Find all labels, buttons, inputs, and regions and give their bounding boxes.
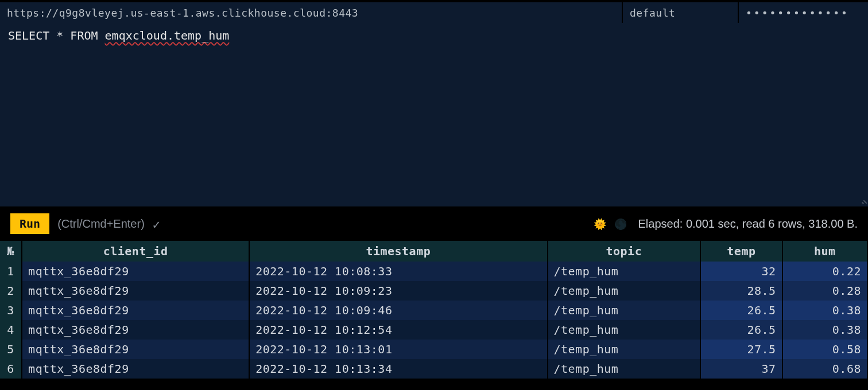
cell-timestamp: 2022-10-12 10:09:23 <box>249 281 547 301</box>
cell-topic: /temp_hum <box>548 359 701 379</box>
cell-client_id: mqttx_36e8df29 <box>22 320 249 340</box>
table-header-row: № client_id timestamp topic temp hum <box>0 241 867 262</box>
table-row: 1mqttx_36e8df292022-10-12 10:08:33/temp_… <box>0 262 867 281</box>
table-row: 3mqttx_36e8df292022-10-12 10:09:46/temp_… <box>0 301 867 320</box>
cell-timestamp: 2022-10-12 10:12:54 <box>249 320 547 340</box>
cell-hum: 0.22 <box>782 262 867 281</box>
col-header-topic[interactable]: topic <box>548 241 701 262</box>
cell-temp: 26.5 <box>700 320 782 340</box>
cell-temp: 37 <box>700 359 782 379</box>
cell-hum: 0.38 <box>782 301 867 320</box>
rownum-cell: 2 <box>0 281 22 301</box>
checkmark-icon: ✓ <box>153 217 160 232</box>
rownum-cell: 3 <box>0 301 22 320</box>
connection-bar <box>0 0 868 23</box>
cell-timestamp: 2022-10-12 10:13:34 <box>249 359 547 379</box>
cell-timestamp: 2022-10-12 10:13:01 <box>249 340 547 359</box>
cell-temp: 27.5 <box>700 340 782 359</box>
rownum-cell: 6 <box>0 359 22 379</box>
cell-hum: 0.68 <box>782 359 867 379</box>
moon-icon[interactable]: 🌑 <box>614 218 627 230</box>
resize-handle-icon[interactable] <box>860 198 867 205</box>
run-shortcut-hint: (Ctrl/Cmd+Enter) <box>57 217 145 231</box>
cell-hum: 0.28 <box>782 281 867 301</box>
cell-hum: 0.38 <box>782 320 867 340</box>
action-bar: Run (Ctrl/Cmd+Enter) ✓ 🌞 🌑 Elapsed: 0.00… <box>0 206 868 241</box>
col-header-hum[interactable]: hum <box>782 241 867 262</box>
table-row: 4mqttx_36e8df292022-10-12 10:12:54/temp_… <box>0 320 867 340</box>
password-input[interactable] <box>739 2 868 23</box>
cell-topic: /temp_hum <box>548 320 701 340</box>
col-header-client_id[interactable]: client_id <box>22 241 249 262</box>
table-row: 2mqttx_36e8df292022-10-12 10:09:23/temp_… <box>0 281 867 301</box>
cell-client_id: mqttx_36e8df29 <box>22 262 249 281</box>
rownum-cell: 1 <box>0 262 22 281</box>
cell-client_id: mqttx_36e8df29 <box>22 301 249 320</box>
query-text: SELECT * FROM emqxcloud.temp_hum <box>8 29 229 42</box>
cell-client_id: mqttx_36e8df29 <box>22 359 249 379</box>
cell-topic: /temp_hum <box>548 281 701 301</box>
rownum-cell: 5 <box>0 340 22 359</box>
cell-client_id: mqttx_36e8df29 <box>22 340 249 359</box>
cell-topic: /temp_hum <box>548 301 701 320</box>
username-input[interactable] <box>623 2 738 23</box>
col-header-temp[interactable]: temp <box>700 241 782 262</box>
cell-topic: /temp_hum <box>548 262 701 281</box>
col-header-timestamp[interactable]: timestamp <box>249 241 547 262</box>
sun-icon[interactable]: 🌞 <box>594 218 606 230</box>
query-stats: Elapsed: 0.001 sec, read 6 rows, 318.00 … <box>638 217 858 231</box>
table-row: 6mqttx_36e8df292022-10-12 10:13:34/temp_… <box>0 359 867 379</box>
cell-timestamp: 2022-10-12 10:09:46 <box>249 301 547 320</box>
cell-hum: 0.58 <box>782 340 867 359</box>
table-row: 5mqttx_36e8df292022-10-12 10:13:01/temp_… <box>0 340 867 359</box>
cell-topic: /temp_hum <box>548 340 701 359</box>
cell-client_id: mqttx_36e8df29 <box>22 281 249 301</box>
results-table: № client_id timestamp topic temp hum 1mq… <box>0 241 868 379</box>
url-input[interactable] <box>0 2 622 23</box>
rownum-cell: 4 <box>0 320 22 340</box>
cell-temp: 32 <box>700 262 782 281</box>
query-editor[interactable]: SELECT * FROM emqxcloud.temp_hum <box>0 23 868 206</box>
cell-timestamp: 2022-10-12 10:08:33 <box>249 262 547 281</box>
run-button[interactable]: Run <box>10 213 49 234</box>
cell-temp: 26.5 <box>700 301 782 320</box>
cell-temp: 28.5 <box>700 281 782 301</box>
rownum-header: № <box>0 241 22 262</box>
